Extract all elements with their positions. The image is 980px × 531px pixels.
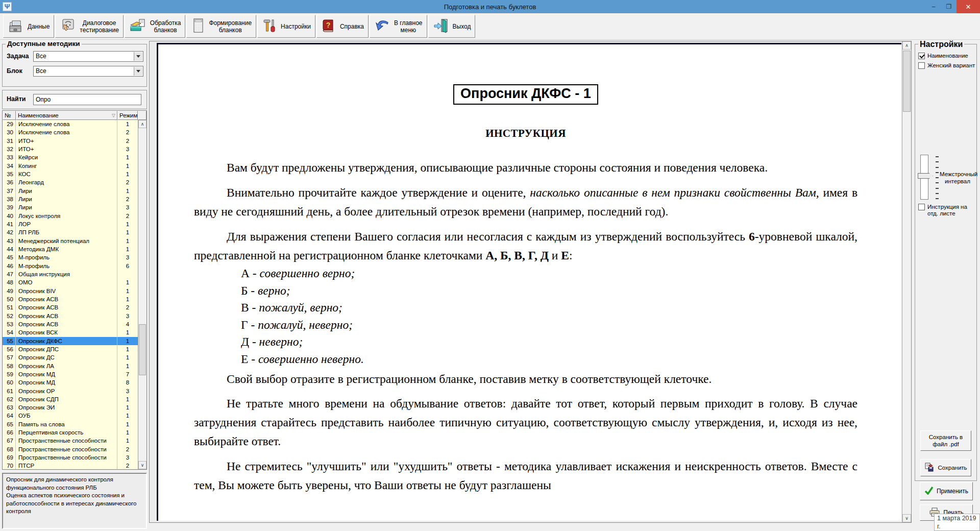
table-row[interactable]: 43Менеджерский потенциал1 xyxy=(3,237,138,245)
mcell-mode: 1 xyxy=(117,412,138,420)
table-row[interactable]: 54Опросник ВСК1 xyxy=(3,328,138,336)
table-row[interactable]: 34Копинг1 xyxy=(3,162,138,170)
table-row[interactable]: 35КОС1 xyxy=(3,170,138,178)
save-pdf-button[interactable]: Сохранить в файл .pdf xyxy=(920,430,971,451)
mcell-name: Локус контроля xyxy=(16,212,117,220)
mcell-mode: 1 xyxy=(117,237,138,245)
table-row[interactable]: 63Опросник ЭИ1 xyxy=(3,403,138,412)
table-row[interactable]: 65Память на слова1 xyxy=(3,420,138,428)
mcell-num: 32 xyxy=(3,145,16,153)
mcell-num: 57 xyxy=(3,353,16,361)
table-row[interactable]: 45М-профиль3 xyxy=(3,253,138,261)
scrollbar-thumb[interactable] xyxy=(903,51,911,112)
scroll-up-icon[interactable]: ∧ xyxy=(902,41,911,50)
table-row[interactable]: 50Опросник АСВ1 xyxy=(3,295,138,303)
document-scrollbar[interactable]: ∧ ∨ xyxy=(902,41,911,522)
methods-scrollbar[interactable]: ∧ ∨ xyxy=(138,120,146,469)
scroll-down-icon[interactable]: ∨ xyxy=(902,514,911,522)
doc-body: Вам будут предложены утверждения, описыв… xyxy=(194,158,857,495)
toolbar-button-label: Справка xyxy=(340,23,364,30)
mcell-mode: 1 xyxy=(117,120,138,128)
close-button[interactable]: ✕ xyxy=(957,0,980,13)
scrollbar-thumb[interactable] xyxy=(139,324,146,375)
checkbox-checked-icon[interactable] xyxy=(918,53,925,59)
mcell-name: Леонгард xyxy=(16,178,117,186)
table-row[interactable]: 56Опросник ДПС1 xyxy=(3,345,138,353)
mcell-mode: 3 xyxy=(117,253,138,261)
data-button[interactable]: Данные xyxy=(3,15,54,38)
table-row[interactable]: 61Опросник ОР3 xyxy=(3,387,138,395)
table-row[interactable]: 62Опросник СДП1 xyxy=(3,395,138,403)
column-header-num[interactable]: № xyxy=(3,111,16,120)
maximize-button[interactable]: ❐ xyxy=(941,0,957,13)
help-button[interactable]: ? Справка xyxy=(316,15,369,38)
table-row[interactable]: 37Лири1 xyxy=(3,187,138,195)
task-select[interactable]: Все xyxy=(33,51,143,62)
apply-button[interactable]: Применить xyxy=(920,482,973,500)
table-row[interactable]: 40Локус контроля2 xyxy=(3,212,138,220)
table-row[interactable]: 51Опросник АСВ2 xyxy=(3,303,138,311)
table-row[interactable]: 60Опросник МД8 xyxy=(3,378,138,387)
name-checkbox-row[interactable]: Наименование xyxy=(918,53,968,59)
forms-generation-button[interactable]: Формирование бланков xyxy=(186,15,256,38)
checkbox-unchecked-icon[interactable] xyxy=(918,204,925,210)
mcell-num: 55 xyxy=(3,337,16,345)
table-row[interactable]: 36Леонгард2 xyxy=(3,178,138,186)
block-dropdown-button[interactable] xyxy=(134,67,142,76)
mcell-num: 66 xyxy=(3,428,16,437)
mcell-mode: 1 xyxy=(117,395,138,403)
scroll-up-icon[interactable]: ∧ xyxy=(138,120,146,128)
column-header-name[interactable]: Наименование ▽ xyxy=(16,111,117,120)
table-row[interactable]: 53Опросник АСВ4 xyxy=(3,320,138,328)
instruction-checkbox-row[interactable]: Инструкция на отд. листе xyxy=(918,204,973,217)
available-methods-group: Доступные методики Задача Все Блок Все xyxy=(2,44,147,87)
table-row[interactable]: 58Опросник ЛА1 xyxy=(3,362,138,370)
save-button[interactable]: Сохранить xyxy=(920,459,971,476)
table-row[interactable]: 38Лири2 xyxy=(3,195,138,203)
mcell-name: Опросник АСВ xyxy=(16,312,117,320)
task-dropdown-button[interactable] xyxy=(134,52,142,61)
table-row[interactable]: 33Кейрси1 xyxy=(3,153,138,161)
table-row[interactable]: 41ЛОР1 xyxy=(3,220,138,228)
table-row[interactable]: 39Лири3 xyxy=(3,203,138,211)
mcell-name: Пространственные способности xyxy=(16,445,117,453)
table-row[interactable]: 42ЛП РЛБ1 xyxy=(3,228,138,236)
block-select[interactable]: Все xyxy=(33,66,143,77)
dialog-testing-button[interactable]: Диалоговое тестирование xyxy=(55,15,124,38)
table-row[interactable]: 49Опросник BIV1 xyxy=(3,287,138,295)
table-row[interactable]: 44Методика ДМК1 xyxy=(3,245,138,253)
table-row[interactable]: 66Перцептивная скорость1 xyxy=(3,428,138,437)
table-row[interactable]: 52Опросник АСВ3 xyxy=(3,312,138,320)
checkbox-unchecked-icon[interactable] xyxy=(918,62,925,69)
table-row[interactable]: 70ПТСР2 xyxy=(3,462,138,469)
table-row[interactable]: 57Опросник ДС1 xyxy=(3,353,138,361)
mcell-num: 35 xyxy=(3,170,16,178)
table-row[interactable]: 30Исключение слова2 xyxy=(3,128,138,136)
table-row[interactable]: 32ИТО+3 xyxy=(3,145,138,153)
mcell-mode: 1 xyxy=(117,170,138,178)
exit-button[interactable]: Выход xyxy=(428,15,476,38)
forms-processing-button[interactable]: Обработка бланков xyxy=(125,15,186,38)
table-row[interactable]: 67Пространственные способности1 xyxy=(3,437,138,445)
find-panel: Найти xyxy=(2,90,147,109)
mcell-num: 65 xyxy=(3,420,16,428)
main-menu-button[interactable]: В главное меню xyxy=(370,15,427,38)
scroll-down-icon[interactable]: ∨ xyxy=(138,461,146,469)
table-row[interactable]: 64ОУБ1 xyxy=(3,412,138,420)
female-variant-checkbox-row[interactable]: Женский вариант xyxy=(918,62,975,69)
table-row[interactable]: 29Исключение слова1 xyxy=(3,120,138,128)
block-value: Все xyxy=(36,67,46,75)
minimize-button[interactable]: – xyxy=(926,0,941,13)
table-row[interactable]: 59Опросник МД7 xyxy=(3,370,138,378)
table-row[interactable]: 55Опросник ДКФС1 xyxy=(3,337,138,345)
table-row[interactable]: 69Пространственные способности3 xyxy=(3,453,138,462)
table-row[interactable]: 68Пространственные способности2 xyxy=(3,445,138,453)
search-input[interactable] xyxy=(33,94,141,105)
column-header-mode[interactable]: Режим xyxy=(117,111,138,120)
table-row[interactable]: 31ИТО+2 xyxy=(3,137,138,145)
table-row[interactable]: 48ОМО1 xyxy=(3,278,138,286)
table-row[interactable]: 46М-профиль6 xyxy=(3,262,138,270)
slider-thumb[interactable] xyxy=(918,173,933,179)
settings-button[interactable]: Настройки xyxy=(257,15,315,38)
table-row[interactable]: 47Общая инструкция xyxy=(3,270,138,278)
